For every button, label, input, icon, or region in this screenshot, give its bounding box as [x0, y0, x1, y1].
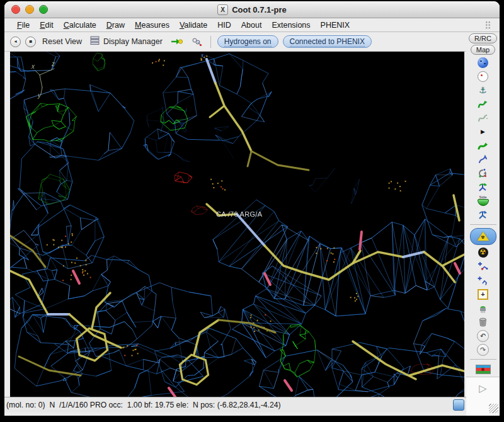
- menu-hid[interactable]: HID: [212, 20, 236, 31]
- globe-icon[interactable]: [469, 56, 497, 69]
- menu-about[interactable]: About: [236, 20, 267, 31]
- layers-icon: [90, 36, 100, 47]
- delete-item-icon[interactable]: [469, 316, 497, 328]
- gl-viewport[interactable]: [10, 52, 464, 397]
- menu-calculate[interactable]: Calculate: [59, 20, 101, 31]
- anchor-icon[interactable]: ⚓: [469, 84, 497, 96]
- menu-bar: File Edit Calculate Draw Measures Valida…: [4, 18, 500, 32]
- flag-icon[interactable]: [469, 363, 497, 375]
- menu-edit[interactable]: Edit: [35, 20, 59, 31]
- x11-icon: X: [217, 4, 228, 15]
- flip-peptide-icon[interactable]: [469, 181, 497, 193]
- reset-view-button[interactable]: Reset View: [40, 36, 84, 47]
- title-bar[interactable]: X Coot 0.7.1-pre: [4, 1, 500, 18]
- refine-zone-icon[interactable]: [469, 98, 497, 110]
- hydrogens-toggle-button[interactable]: Hydrogens on: [217, 35, 278, 48]
- right-toolbar-separator: [470, 359, 496, 360]
- rotamers-icon[interactable]: [469, 153, 497, 166]
- right-toolbar: R/RC Map ⚓ ▶ Side ☢ ☢ + ↶ ↷: [466, 32, 500, 416]
- menu-phenix[interactable]: PHENIX: [316, 20, 355, 31]
- menu-file[interactable]: File: [12, 20, 35, 31]
- right-toolbar-separator: [470, 224, 496, 225]
- coot-window: X Coot 0.7.1-pre File Edit Calculate Dra…: [4, 1, 500, 414]
- edit-chi-angles-icon[interactable]: [469, 167, 497, 180]
- status-bar: (mol. no: 0) N /1/A/160 PRO occ: 1.00 bf…: [4, 397, 466, 412]
- go-to-atom-icon[interactable]: [169, 36, 185, 47]
- menu-extensions[interactable]: Extensions: [266, 20, 315, 31]
- clear-pending-icon[interactable]: [469, 302, 497, 314]
- toolbar-grip-handle[interactable]: [485, 21, 491, 29]
- main-toolbar: ◂ ▪ Reset View Display Manager Hydrogens…: [4, 32, 466, 52]
- status-text: (mol. no: 0) N /1/A/160 PRO occ: 1.00 bf…: [6, 401, 281, 409]
- add-alt-conf-icon[interactable]: [469, 260, 497, 273]
- target-circle-icon[interactable]: ▪: [25, 37, 36, 47]
- undo-icon[interactable]: ↶: [469, 329, 497, 342]
- toolbar-separator: [210, 36, 211, 48]
- minimize-button[interactable]: [25, 5, 34, 14]
- window-title: X Coot 0.7.1-pre: [4, 1, 500, 18]
- radiation-icon[interactable]: ☢: [469, 246, 497, 259]
- add-terminal-residue-icon[interactable]: [469, 274, 497, 287]
- traffic-lights: [11, 5, 48, 14]
- close-button[interactable]: [11, 5, 20, 14]
- status-indicator-icon: [453, 399, 464, 411]
- back-circle-icon[interactable]: ◂: [10, 37, 21, 47]
- redo-icon[interactable]: ↷: [469, 343, 497, 356]
- display-manager-label: Display Manager: [103, 37, 163, 46]
- place-atom-icon[interactable]: +: [469, 288, 497, 300]
- menu-measures[interactable]: Measures: [130, 20, 175, 31]
- backbone-torsion-icon[interactable]: [469, 208, 497, 221]
- side-chain-flip-icon[interactable]: Side: [469, 195, 497, 207]
- menu-validate[interactable]: Validate: [175, 20, 212, 31]
- play-outline-icon[interactable]: ▷: [469, 382, 497, 395]
- rigid-body-fit-icon[interactable]: ▶: [469, 125, 497, 138]
- mutate-active-button[interactable]: ☢: [470, 228, 496, 245]
- clock-icon[interactable]: [469, 70, 497, 83]
- viewport-container: CA /76 ARG/A x z y: [10, 52, 464, 397]
- display-manager-button[interactable]: Display Manager: [88, 35, 164, 48]
- regularize-zone-icon[interactable]: [469, 111, 497, 124]
- map-button[interactable]: Map: [471, 45, 495, 55]
- auto-fit-rotamer-icon[interactable]: [469, 139, 497, 152]
- menu-draw[interactable]: Draw: [101, 20, 130, 31]
- reset-view-label: Reset View: [42, 37, 82, 46]
- window-resize-grip[interactable]: [489, 404, 498, 413]
- rrc-button[interactable]: R/RC: [469, 33, 497, 43]
- phenix-connection-button[interactable]: Connected to PHENIX: [283, 35, 372, 48]
- zoom-button[interactable]: [39, 5, 48, 14]
- window-title-text: Coot 0.7.1-pre: [232, 5, 287, 14]
- molecule-icon[interactable]: [190, 36, 204, 48]
